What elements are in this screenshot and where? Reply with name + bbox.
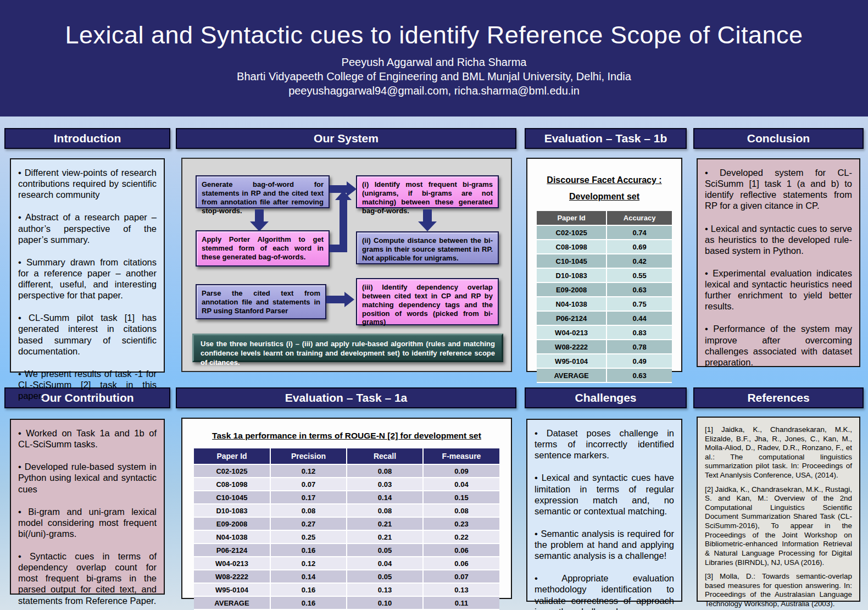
column-header: Paper Id <box>537 211 607 225</box>
table-cell: C08-1098 <box>537 240 607 254</box>
table-cell: 0.09 <box>423 464 499 478</box>
table-row: N04-10380.75 <box>537 297 672 311</box>
poster-title: Lexical and Syntactic cues to identify R… <box>65 21 803 49</box>
table-cell: 0.75 <box>607 297 672 311</box>
bullet-paragraph: • Lexical and syntactic cues have limita… <box>535 472 674 517</box>
column-header: Recall <box>347 448 423 464</box>
table-row: C10-10450.170.140.15 <box>194 491 499 504</box>
table-row: P06-21240.160.050.06 <box>194 544 499 557</box>
bullet-paragraph: • We present results of task -1 for CL-S… <box>18 368 157 401</box>
table-cell: AVERAGE <box>194 596 270 609</box>
table-cell: 0.04 <box>347 557 423 570</box>
table-cell: 0.08 <box>423 504 499 517</box>
bullet-paragraph: • Dataset poses challenge in terms of in… <box>535 428 674 461</box>
table-row: C08-10980.070.030.04 <box>194 478 499 491</box>
table-cell: 0.16 <box>270 544 347 557</box>
evaluation-1a-title: Task 1a performance in terms of ROUGE-N … <box>188 431 505 441</box>
table-cell: 0.03 <box>347 478 423 491</box>
table-row: D10-10830.55 <box>537 268 672 282</box>
table-cell: C02-1025 <box>537 225 607 240</box>
table-cell: 0.74 <box>607 225 672 240</box>
table-cell: 0.42 <box>607 254 672 268</box>
bullet-paragraph: • CL-Summ pilot task [1] has generated i… <box>18 312 157 357</box>
bullet-paragraph: • Different view-points of research cont… <box>18 167 157 200</box>
section-title: Conclusion <box>747 132 810 145</box>
section-title: Our System <box>314 132 379 145</box>
introduction-box: • Different view-points of research cont… <box>10 158 165 373</box>
poster-header: Lexical and Syntactic cues to identify R… <box>0 0 868 117</box>
table-row: E09-20080.270.210.23 <box>194 517 499 530</box>
table-cell: 0.06 <box>423 557 499 570</box>
table-cell: 0.14 <box>347 491 423 504</box>
table-cell: 0.27 <box>270 517 347 530</box>
flow-step-generate-bow: Generate bag-of-word for statements in R… <box>196 175 330 208</box>
bullet-paragraph: • Performance of the system may improve … <box>705 323 852 368</box>
evaluation-1b-panel: Discourse Facet Accuracy : Development s… <box>526 158 682 372</box>
section-header-challenges: Challenges <box>525 387 687 408</box>
table-cell: C10-1045 <box>194 491 270 504</box>
table-row: E09-20080.63 <box>537 282 672 297</box>
flow-step-parse: Parse the cited text from annotation fil… <box>196 284 326 319</box>
table-row: W08-22220.78 <box>537 340 672 354</box>
table-row: D10-10830.080.080.08 <box>194 504 499 517</box>
section-title: Evaluation – Task – 1a <box>285 391 408 404</box>
bullet-paragraph: • Appropriate evaluation methodology ide… <box>535 573 674 610</box>
bullet-paragraph: • Worked on Task 1a and 1b of CL-SciSumm… <box>18 428 157 450</box>
table-cell: C02-1025 <box>194 464 270 478</box>
table-cell: 0.12 <box>270 557 347 570</box>
table-cell: W08-2222 <box>537 340 607 354</box>
section-header-our-system: Our System <box>176 128 516 149</box>
table-row: W08-22220.140.050.07 <box>194 570 499 583</box>
section-header-evaluation-1b: Evaluation – Task – 1b <box>525 128 687 149</box>
table-cell: 0.55 <box>607 268 672 282</box>
affiliation-line: Bharti Vidyapeeth College of Engineering… <box>237 69 631 84</box>
section-header-conclusion: Conclusion <box>693 128 864 149</box>
table-cell: 0.49 <box>607 354 672 368</box>
column-header: F-measure <box>423 448 499 464</box>
table-row: C10-10450.42 <box>537 254 672 268</box>
table-header-row: Paper IdAccuracy <box>537 211 672 225</box>
section-title: Challenges <box>575 391 636 404</box>
flow-step-porter: Apply Porter Algorithm to get stemmed fo… <box>196 230 330 267</box>
bullet-paragraph: • Syntactic cues in terms of dependency … <box>18 551 157 606</box>
table-row: W95-01040.160.130.13 <box>194 583 499 596</box>
bullet-paragraph: • Bi-gram and uni-gram lexical model con… <box>18 506 157 539</box>
table-cell: W04-0213 <box>194 557 270 570</box>
table-cell: 0.13 <box>423 583 499 596</box>
table-cell: 0.21 <box>347 530 423 544</box>
table-cell: 0.16 <box>270 583 347 596</box>
column-header: Precision <box>270 448 347 464</box>
evaluation-1b-table: Paper IdAccuracy C02-10250.74C08-10980.6… <box>537 211 672 383</box>
table-cell: 0.12 <box>270 464 347 478</box>
table-cell: 0.08 <box>347 464 423 478</box>
table-cell: 0.78 <box>607 340 672 354</box>
table-cell: 0.16 <box>270 596 347 609</box>
table-cell: N04-1038 <box>194 530 270 544</box>
table-cell: 0.22 <box>423 530 499 544</box>
emails-line: peeyushaggarwal94@gmail.com, richa.sharm… <box>288 84 580 98</box>
bullet-paragraph: [2] Jaidka, K., Chandrasekran, M.K., Rus… <box>705 485 852 567</box>
table-cell: 0.25 <box>270 530 347 544</box>
table-cell: D10-1083 <box>537 268 607 282</box>
table-cell: P06-2124 <box>537 311 607 325</box>
table-cell: 0.07 <box>423 570 499 583</box>
table-row: AVERAGE0.63 <box>537 368 672 382</box>
table-cell: 0.08 <box>347 504 423 517</box>
table-row: C02-10250.74 <box>537 225 672 240</box>
table-cell: W95-0104 <box>194 583 270 596</box>
table-cell: 0.44 <box>607 311 672 325</box>
table-cell: 0.08 <box>270 504 347 517</box>
section-header-introduction: Introduction <box>4 128 170 149</box>
table-cell: 0.05 <box>347 570 423 583</box>
authors-line: Peeyush Aggarwal and Richa Sharma <box>342 55 527 69</box>
flow-rule-note: Use the three heuristics (i) – (iii) and… <box>192 334 503 362</box>
table-row: W04-02130.83 <box>537 325 672 340</box>
table-cell: D10-1083 <box>194 504 270 517</box>
bullet-paragraph: • Summary drawn from citations for a ref… <box>18 257 157 301</box>
references-box: [1] Jaidka, K., Chandrasekaran, M.K., El… <box>697 417 860 602</box>
table-cell: 0.69 <box>607 240 672 254</box>
table-cell: C10-1045 <box>537 254 607 268</box>
our-contribution-box: • Worked on Task 1a and 1b of CL-SciSumm… <box>10 419 165 595</box>
table-header-row: Paper IdPrecisionRecallF-measure <box>194 448 499 464</box>
table-cell: 0.21 <box>347 517 423 530</box>
